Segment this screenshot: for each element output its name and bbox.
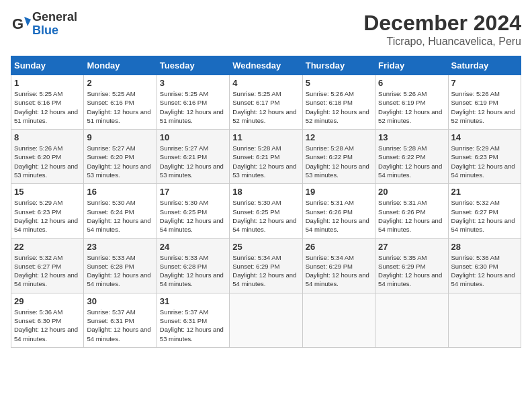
day-number: 22 xyxy=(14,242,81,252)
day-info: Sunrise: 5:29 AMSunset: 6:23 PMDaylight:… xyxy=(14,199,78,233)
weekday-header-cell: Sunday xyxy=(11,56,84,75)
day-number: 14 xyxy=(451,132,518,142)
day-number: 9 xyxy=(87,132,153,142)
calendar-day-cell: 6 Sunrise: 5:26 AMSunset: 6:19 PMDayligh… xyxy=(375,75,448,130)
calendar-week-row: 29 Sunrise: 5:36 AMSunset: 6:30 PMDaylig… xyxy=(11,293,521,347)
day-number: 16 xyxy=(87,187,153,197)
title-section: December 2024 Ticrapo, Huancavelica, Per… xyxy=(363,11,521,48)
day-number: 15 xyxy=(14,187,81,197)
calendar-day-cell: 2 Sunrise: 5:25 AMSunset: 6:16 PMDayligh… xyxy=(84,75,157,130)
calendar-day-cell: 18 Sunrise: 5:30 AMSunset: 6:25 PMDaylig… xyxy=(230,184,302,238)
calendar-day-cell: 5 Sunrise: 5:26 AMSunset: 6:18 PMDayligh… xyxy=(302,75,375,130)
day-info: Sunrise: 5:33 AMSunset: 6:28 PMDaylight:… xyxy=(160,254,224,288)
day-info: Sunrise: 5:36 AMSunset: 6:30 PMDaylight:… xyxy=(451,254,515,288)
calendar-table: SundayMondayTuesdayWednesdayThursdayFrid… xyxy=(11,56,521,348)
calendar-day-cell: 25 Sunrise: 5:34 AMSunset: 6:29 PMDaylig… xyxy=(230,238,302,293)
day-number: 19 xyxy=(306,187,372,197)
calendar-day-cell xyxy=(230,293,302,347)
calendar-day-cell: 26 Sunrise: 5:34 AMSunset: 6:29 PMDaylig… xyxy=(302,238,375,293)
day-number: 20 xyxy=(378,187,445,197)
logo: G General Blue xyxy=(11,11,77,38)
calendar-day-cell: 4 Sunrise: 5:25 AMSunset: 6:17 PMDayligh… xyxy=(230,75,302,130)
calendar-week-row: 22 Sunrise: 5:32 AMSunset: 6:27 PMDaylig… xyxy=(11,238,521,293)
day-number: 30 xyxy=(87,296,153,306)
calendar-day-cell: 13 Sunrise: 5:28 AMSunset: 6:22 PMDaylig… xyxy=(375,130,448,184)
day-info: Sunrise: 5:25 AMSunset: 6:17 PMDaylight:… xyxy=(232,90,296,124)
day-number: 21 xyxy=(451,187,518,197)
day-info: Sunrise: 5:25 AMSunset: 6:16 PMDaylight:… xyxy=(160,90,224,124)
day-info: Sunrise: 5:28 AMSunset: 6:21 PMDaylight:… xyxy=(232,144,296,179)
calendar-day-cell: 16 Sunrise: 5:30 AMSunset: 6:24 PMDaylig… xyxy=(84,184,157,238)
calendar-day-cell: 1 Sunrise: 5:25 AMSunset: 6:16 PMDayligh… xyxy=(11,75,84,130)
month-title: December 2024 xyxy=(363,11,521,36)
day-info: Sunrise: 5:32 AMSunset: 6:27 PMDaylight:… xyxy=(451,199,515,233)
day-number: 27 xyxy=(378,242,445,252)
calendar-week-row: 8 Sunrise: 5:26 AMSunset: 6:20 PMDayligh… xyxy=(11,130,521,184)
calendar-day-cell: 17 Sunrise: 5:30 AMSunset: 6:25 PMDaylig… xyxy=(157,184,229,238)
calendar-day-cell: 27 Sunrise: 5:35 AMSunset: 6:29 PMDaylig… xyxy=(375,238,448,293)
calendar-day-cell: 10 Sunrise: 5:27 AMSunset: 6:21 PMDaylig… xyxy=(157,130,229,184)
day-info: Sunrise: 5:30 AMSunset: 6:25 PMDaylight:… xyxy=(160,199,224,233)
weekday-header-cell: Saturday xyxy=(448,56,521,75)
calendar-day-cell: 14 Sunrise: 5:29 AMSunset: 6:23 PMDaylig… xyxy=(448,130,521,184)
day-info: Sunrise: 5:26 AMSunset: 6:20 PMDaylight:… xyxy=(14,144,78,179)
day-number: 29 xyxy=(14,296,81,306)
weekday-header-cell: Monday xyxy=(84,56,157,75)
calendar-day-cell: 8 Sunrise: 5:26 AMSunset: 6:20 PMDayligh… xyxy=(11,130,84,184)
day-number: 31 xyxy=(160,296,226,306)
day-number: 12 xyxy=(306,132,372,142)
location-title: Ticrapo, Huancavelica, Peru xyxy=(363,36,521,48)
calendar-day-cell: 24 Sunrise: 5:33 AMSunset: 6:28 PMDaylig… xyxy=(157,238,229,293)
logo-general-text: General xyxy=(32,11,77,24)
day-info: Sunrise: 5:30 AMSunset: 6:24 PMDaylight:… xyxy=(87,199,150,233)
calendar-day-cell: 22 Sunrise: 5:32 AMSunset: 6:27 PMDaylig… xyxy=(11,238,84,293)
day-number: 25 xyxy=(232,242,299,252)
day-info: Sunrise: 5:26 AMSunset: 6:19 PMDaylight:… xyxy=(451,90,515,124)
day-info: Sunrise: 5:34 AMSunset: 6:29 PMDaylight:… xyxy=(306,254,369,288)
calendar-day-cell: 15 Sunrise: 5:29 AMSunset: 6:23 PMDaylig… xyxy=(11,184,84,238)
day-number: 28 xyxy=(451,242,518,252)
day-number: 26 xyxy=(306,242,372,252)
day-info: Sunrise: 5:34 AMSunset: 6:29 PMDaylight:… xyxy=(232,254,296,288)
day-info: Sunrise: 5:28 AMSunset: 6:22 PMDaylight:… xyxy=(306,144,369,179)
calendar-week-row: 1 Sunrise: 5:25 AMSunset: 6:16 PMDayligh… xyxy=(11,75,521,130)
day-info: Sunrise: 5:37 AMSunset: 6:31 PMDaylight:… xyxy=(160,308,224,342)
calendar-day-cell: 28 Sunrise: 5:36 AMSunset: 6:30 PMDaylig… xyxy=(448,238,521,293)
day-number: 1 xyxy=(14,78,81,88)
svg-text:G: G xyxy=(12,15,24,32)
day-info: Sunrise: 5:32 AMSunset: 6:27 PMDaylight:… xyxy=(14,254,78,288)
logo-icon: G xyxy=(11,14,31,34)
day-info: Sunrise: 5:31 AMSunset: 6:26 PMDaylight:… xyxy=(378,199,442,233)
day-info: Sunrise: 5:33 AMSunset: 6:28 PMDaylight:… xyxy=(87,254,150,288)
day-number: 10 xyxy=(160,132,226,142)
day-number: 4 xyxy=(232,78,299,88)
weekday-header-cell: Thursday xyxy=(302,56,375,75)
weekday-header-cell: Friday xyxy=(375,56,448,75)
calendar-day-cell: 19 Sunrise: 5:31 AMSunset: 6:26 PMDaylig… xyxy=(302,184,375,238)
calendar-day-cell: 21 Sunrise: 5:32 AMSunset: 6:27 PMDaylig… xyxy=(448,184,521,238)
svg-marker-1 xyxy=(24,17,31,26)
day-info: Sunrise: 5:37 AMSunset: 6:31 PMDaylight:… xyxy=(87,308,150,342)
day-number: 5 xyxy=(306,78,372,88)
header: G General Blue December 2024 Ticrapo, Hu… xyxy=(11,11,521,48)
logo-blue-text: Blue xyxy=(32,24,77,38)
weekday-header-cell: Wednesday xyxy=(230,56,302,75)
calendar-day-cell: 31 Sunrise: 5:37 AMSunset: 6:31 PMDaylig… xyxy=(157,293,229,347)
day-number: 24 xyxy=(160,242,226,252)
weekday-header-row: SundayMondayTuesdayWednesdayThursdayFrid… xyxy=(11,56,521,75)
calendar-day-cell: 20 Sunrise: 5:31 AMSunset: 6:26 PMDaylig… xyxy=(375,184,448,238)
logo-text: General Blue xyxy=(32,11,77,38)
calendar-day-cell: 23 Sunrise: 5:33 AMSunset: 6:28 PMDaylig… xyxy=(84,238,157,293)
calendar-day-cell: 3 Sunrise: 5:25 AMSunset: 6:16 PMDayligh… xyxy=(157,75,229,130)
calendar-day-cell: 29 Sunrise: 5:36 AMSunset: 6:30 PMDaylig… xyxy=(11,293,84,347)
day-info: Sunrise: 5:26 AMSunset: 6:19 PMDaylight:… xyxy=(378,90,442,124)
day-number: 17 xyxy=(160,187,226,197)
calendar-day-cell: 12 Sunrise: 5:28 AMSunset: 6:22 PMDaylig… xyxy=(302,130,375,184)
day-number: 18 xyxy=(232,187,299,197)
calendar-day-cell: 30 Sunrise: 5:37 AMSunset: 6:31 PMDaylig… xyxy=(84,293,157,347)
day-info: Sunrise: 5:35 AMSunset: 6:29 PMDaylight:… xyxy=(378,254,442,288)
calendar-day-cell xyxy=(375,293,448,347)
day-number: 23 xyxy=(87,242,153,252)
day-number: 3 xyxy=(160,78,226,88)
day-info: Sunrise: 5:29 AMSunset: 6:23 PMDaylight:… xyxy=(451,144,515,179)
